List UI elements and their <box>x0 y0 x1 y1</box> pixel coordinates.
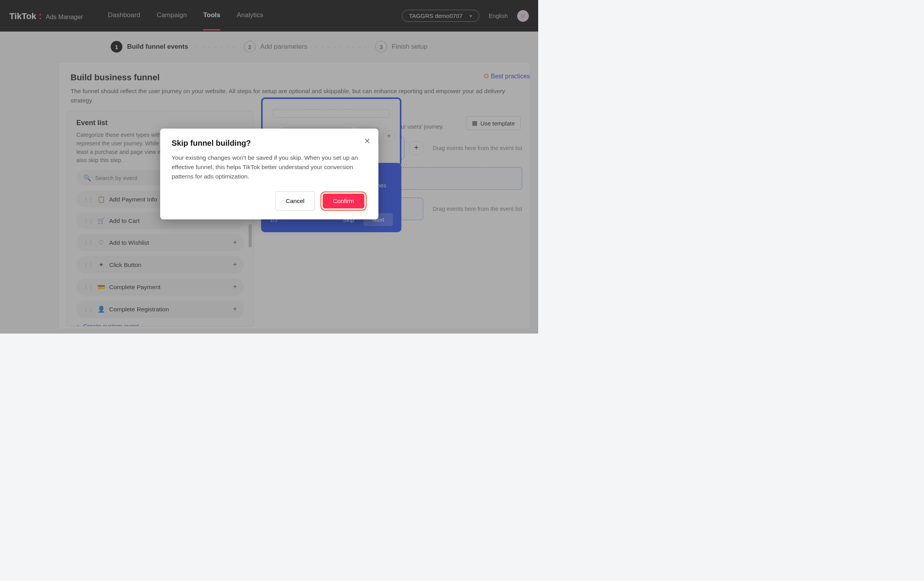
cancel-button[interactable]: Cancel <box>275 191 315 211</box>
modal-title: Skip funnel building? <box>172 139 367 148</box>
modal-body: Your existing changes won't be saved if … <box>172 153 367 181</box>
confirm-button[interactable]: Confirm <box>323 194 364 208</box>
close-icon: ✕ <box>364 137 371 145</box>
modal-close-button[interactable]: ✕ <box>364 136 371 146</box>
modal-footer: Cancel Confirm <box>172 191 367 211</box>
modal-overlay: ✕ Skip funnel building? Your existing ch… <box>0 0 538 334</box>
skip-funnel-modal: ✕ Skip funnel building? Your existing ch… <box>160 129 378 219</box>
confirm-highlight: Confirm <box>320 191 366 211</box>
